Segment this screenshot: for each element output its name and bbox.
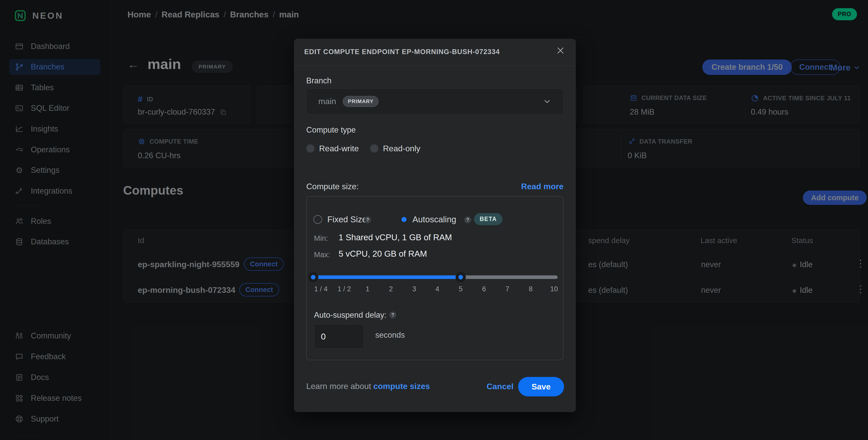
beta-badge: BETA [474, 213, 502, 225]
autoscaling-label: Autoscaling [412, 215, 456, 224]
autosuspend-label: Auto-suspend delay: [314, 311, 386, 320]
chevron-down-icon [543, 97, 552, 106]
slider-tick: 1 / 2 [338, 285, 351, 293]
fixed-size-radio[interactable] [313, 215, 322, 224]
fixed-size-label: Fixed Size [327, 215, 367, 224]
autoscaling-help-icon[interactable]: ? [464, 216, 471, 223]
max-value: 5 vCPU, 20 GB of RAM [339, 249, 427, 259]
modal-header-divider [294, 66, 576, 66]
cancel-button[interactable]: Cancel [485, 381, 515, 391]
slider-tick: 5 [459, 285, 462, 293]
save-button[interactable]: Save [518, 377, 564, 397]
branch-select[interactable]: main PRIMARY [306, 89, 563, 114]
edit-compute-endpoint-modal: EDIT COMPUTE ENDPOINT EP-MORNING-BUSH-07… [294, 39, 576, 412]
primary-badge: PRIMARY [343, 96, 379, 107]
read-more-link[interactable]: Read more [521, 182, 563, 191]
slider-tick: 10 [550, 285, 558, 293]
slider-tick: 3 [412, 285, 416, 293]
max-label: Max: [314, 251, 330, 259]
slider-track-fill [313, 275, 461, 279]
close-icon[interactable] [554, 44, 567, 57]
min-value: 1 Shared vCPU, 1 GB of RAM [339, 232, 452, 242]
autosuspend-unit: seconds [375, 331, 405, 340]
read-write-label: Read-write [319, 144, 359, 153]
autosuspend-help-icon[interactable]: ? [390, 312, 396, 318]
slider-tick: 4 [435, 285, 439, 293]
compute-size-label: Compute size: [306, 182, 359, 191]
slider-tick: 2 [389, 285, 393, 293]
autosuspend-input[interactable] [314, 324, 364, 349]
slider-tick: 1 / 4 [314, 285, 328, 293]
autoscaling-radio[interactable] [400, 215, 408, 224]
slider-handle-min[interactable] [308, 272, 318, 282]
learn-more-text: Learn more about compute sizes [306, 381, 430, 391]
slider-tick: 1 [366, 285, 369, 293]
read-only-radio[interactable] [370, 144, 378, 153]
modal-title: EDIT COMPUTE ENDPOINT EP-MORNING-BUSH-07… [304, 48, 500, 56]
slider-tick: 7 [505, 285, 509, 293]
slider-handle-max[interactable] [456, 272, 466, 282]
slider-tick: 6 [482, 285, 486, 293]
branch-field-label: Branch [306, 76, 332, 85]
read-only-label: Read-only [383, 144, 421, 153]
compute-type-label: Compute type [306, 125, 356, 135]
branch-select-value: main [318, 97, 336, 106]
slider-tick: 8 [529, 285, 532, 293]
min-label: Min: [314, 234, 328, 243]
compute-size-box: Fixed Size ? Autoscaling ? BETA Min: 1 S… [306, 196, 563, 360]
fixed-size-help-icon[interactable]: ? [364, 216, 371, 223]
compute-sizes-link[interactable]: compute sizes [373, 381, 430, 391]
read-write-radio[interactable] [306, 144, 314, 153]
